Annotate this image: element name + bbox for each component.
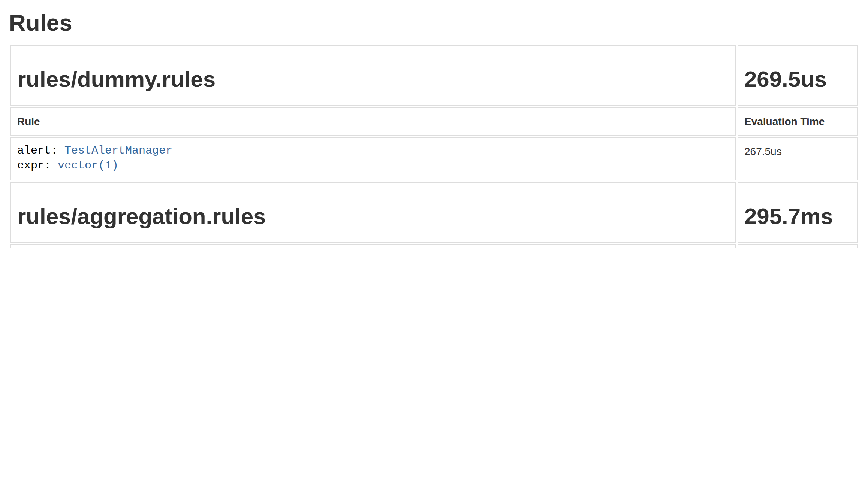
rule-group-evaluation-time: 269.5us xyxy=(744,67,851,91)
rule-definition-cell: alert: TestAlertManager expr: vector(1) xyxy=(10,137,736,180)
rule-group-file: rules/dummy.rules xyxy=(17,67,729,91)
rule-column-header: Rule xyxy=(10,244,736,248)
content-container: Rules rules/dummy.rules 269.5us Rule Eva… xyxy=(0,0,868,248)
rule-group-header-row: rules/aggregation.rules 295.7ms xyxy=(10,182,858,243)
rules-page: Rules rules/dummy.rules 269.5us Rule Eva… xyxy=(0,0,868,248)
rule-code: alert: TestAlertManager expr: vector(1) xyxy=(17,144,729,174)
column-header-row: Rule Evaluation Time xyxy=(10,244,858,248)
rule-group-time-cell: 295.7ms xyxy=(738,182,858,243)
rule-group-time-cell: 269.5us xyxy=(738,45,858,106)
rule-name-link[interactable]: TestAlertManager xyxy=(64,145,172,157)
rule-row: alert: TestAlertManager expr: vector(1) … xyxy=(10,137,858,180)
rule-keyword: expr: xyxy=(17,160,58,172)
rule-column-header: Rule xyxy=(10,107,736,136)
rule-group-name-cell: rules/dummy.rules xyxy=(10,45,736,106)
evaluation-time-column-header: Evaluation Time xyxy=(738,244,858,248)
rule-group-evaluation-time: 295.7ms xyxy=(744,204,851,228)
page-title: Rules xyxy=(9,10,859,36)
column-header-row: Rule Evaluation Time xyxy=(10,107,858,136)
rule-group-file: rules/aggregation.rules xyxy=(17,204,729,228)
rule-group-header-row: rules/dummy.rules 269.5us xyxy=(10,45,858,106)
evaluation-time-column-header: Evaluation Time xyxy=(738,107,858,136)
rule-group-name-cell: rules/aggregation.rules xyxy=(10,182,736,243)
rule-keyword: alert: xyxy=(17,145,64,157)
rule-evaluation-time: 267.5us xyxy=(738,137,858,180)
rule-expr-link[interactable]: vector(1) xyxy=(58,160,118,172)
rules-table: rules/dummy.rules 269.5us Rule Evaluatio… xyxy=(9,43,859,248)
